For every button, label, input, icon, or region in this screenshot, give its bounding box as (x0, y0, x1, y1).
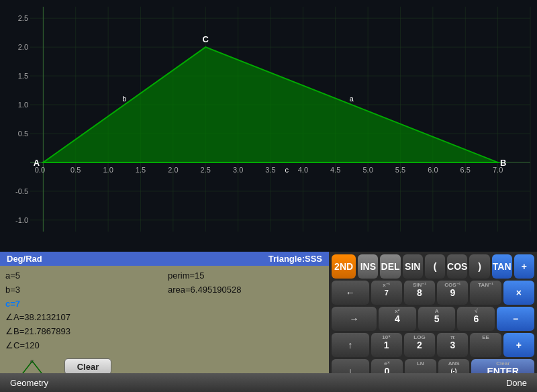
info-left: a=5 b=3 c=7 ∠A=38.2132107 ∠B=21.7867893 … (5, 269, 161, 353)
up-button[interactable]: ↑ (332, 333, 369, 357)
area: area=6.495190528 (168, 283, 324, 297)
side-b: b=3 (5, 283, 161, 297)
status-bar: Geometry Done (0, 373, 537, 392)
cosinv-button[interactable]: COS⁻¹ 9 (437, 281, 468, 305)
angle-a: ∠A=38.2132107 (5, 311, 161, 325)
xsq-button[interactable]: x² 4 (379, 307, 416, 331)
cos-button[interactable]: COS (447, 254, 467, 279)
perimeter: perim=15 (168, 269, 324, 283)
mult-button[interactable]: × (503, 281, 534, 305)
calc-panel: 2ND INS DEL SIN ( COS ) TAN (329, 252, 537, 392)
info-right: perim=15 area=6.495190528 (161, 269, 324, 353)
graph-canvas (0, 0, 537, 252)
calc-row-3: → x² 4 A 5 √ 6 − (332, 307, 534, 331)
info-header: Deg/Rad Triangle:SSS (0, 252, 329, 266)
add-button[interactable]: + (503, 333, 534, 357)
tenx-button[interactable]: 10ˣ 1 (371, 333, 402, 357)
plus-button[interactable]: + (514, 254, 534, 279)
side-a: a=5 (5, 269, 161, 283)
sininv-button[interactable]: SIN⁻¹ 8 (404, 281, 435, 305)
calc-row-2: ← x⁻¹ 7 SIN⁻¹ 8 COS⁻¹ 9 TAN⁻¹ × (332, 281, 534, 305)
xinv-button[interactable]: x⁻¹ 7 (371, 281, 402, 305)
back-button[interactable]: ← (332, 281, 369, 305)
info-content: a=5 b=3 c=7 ∠A=38.2132107 ∠B=21.7867893 … (0, 266, 329, 356)
log-button[interactable]: LOG 2 (404, 333, 435, 357)
angle-c: ∠C=120 (5, 339, 161, 353)
num5-button[interactable]: A 5 (418, 307, 456, 331)
info-panel: Deg/Rad Triangle:SSS a=5 b=3 c=7 ∠A=38.2… (0, 252, 329, 392)
angle-b: ∠B=21.7867893 (5, 325, 161, 339)
calc-row-4: ↑ 10ˣ 1 LOG 2 π 3 EE + (332, 333, 534, 357)
ins-button[interactable]: INS (358, 254, 378, 279)
open-paren-button[interactable]: ( (425, 254, 445, 279)
ee-button[interactable]: EE (470, 333, 501, 357)
close-paren-button[interactable]: ) (469, 254, 489, 279)
pi-button[interactable]: π 3 (437, 333, 468, 357)
bottom-panel: Deg/Rad Triangle:SSS a=5 b=3 c=7 ∠A=38.2… (0, 252, 537, 392)
svg-text:C: C (30, 358, 34, 364)
clear-button[interactable]: Clear (64, 358, 111, 375)
graph-area (0, 0, 537, 252)
fwd-button[interactable]: → (332, 307, 377, 331)
side-c: c=7 (5, 297, 161, 311)
status-left: Geometry (10, 378, 48, 388)
sin-button[interactable]: SIN (403, 254, 423, 279)
taninv-button[interactable]: TAN⁻¹ (470, 281, 501, 305)
tan-button[interactable]: TAN (492, 254, 512, 279)
status-right[interactable]: Done (506, 378, 527, 388)
triangle-type-label: Triangle:SSS (268, 254, 322, 264)
calc-row-1: 2ND INS DEL SIN ( COS ) TAN (332, 254, 534, 279)
sqrt-button[interactable]: √ 6 (457, 307, 495, 331)
deg-rad-label: Deg/Rad (7, 254, 42, 264)
second-button[interactable]: 2ND (332, 254, 356, 279)
minus-button[interactable]: − (497, 307, 534, 331)
del-button[interactable]: DEL (380, 254, 400, 279)
